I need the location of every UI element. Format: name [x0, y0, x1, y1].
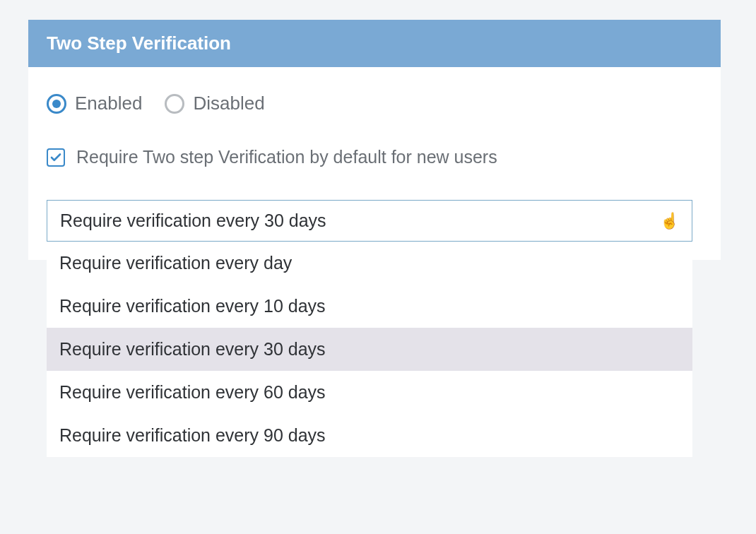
verification-interval-dropdown-wrap: Require verification every 30 days ☝ Req…	[47, 200, 702, 242]
checkmark-icon	[49, 151, 62, 164]
verification-interval-dropdown[interactable]: Require verification every 30 days ☝	[47, 200, 692, 242]
require-default-checkbox[interactable]	[47, 148, 65, 167]
dropdown-option[interactable]: Require verification every 10 days	[47, 285, 692, 328]
panel-title: Two Step Verification	[28, 20, 721, 67]
disabled-radio[interactable]	[165, 94, 184, 114]
enabled-radio-label: Enabled	[75, 93, 142, 114]
enable-disable-radio-group: Enabled Disabled	[47, 93, 702, 114]
pointer-cursor-icon: ☝	[660, 213, 679, 229]
dropdown-option[interactable]: Require verification every 90 days	[47, 414, 692, 457]
dropdown-selected-label: Require verification every 30 days	[60, 210, 326, 231]
dropdown-option[interactable]: Require verification every 60 days	[47, 371, 692, 414]
enabled-radio[interactable]	[47, 94, 66, 114]
verification-interval-dropdown-list: Require verification every day Require v…	[47, 242, 692, 457]
require-default-checkbox-label: Require Two step Verification by default…	[76, 147, 497, 167]
disabled-radio-label: Disabled	[193, 93, 264, 114]
two-step-verification-panel: Two Step Verification Enabled Disabled R…	[28, 20, 721, 260]
dropdown-option[interactable]: Require verification every day	[47, 242, 692, 285]
radio-dot-icon	[52, 100, 61, 108]
panel-body: Enabled Disabled Require Two step Verifi…	[28, 67, 721, 260]
require-default-checkbox-row: Require Two step Verification by default…	[47, 147, 702, 167]
dropdown-option[interactable]: Require verification every 30 days	[47, 328, 692, 371]
